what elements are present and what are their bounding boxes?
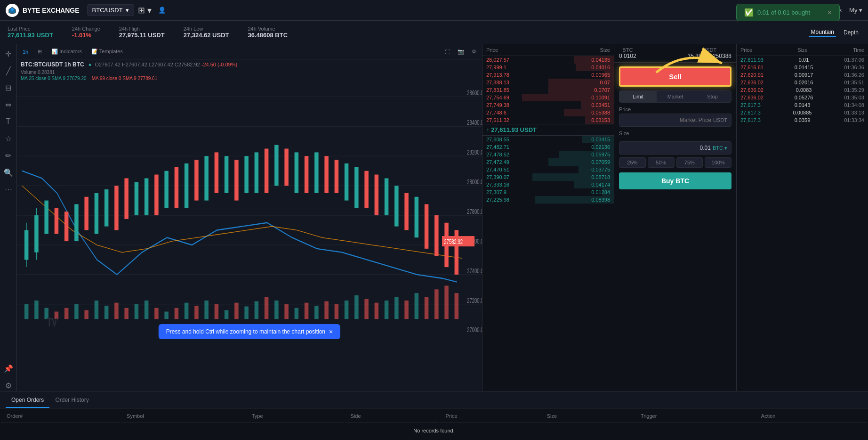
- text-tool[interactable]: T: [3, 116, 14, 127]
- svg-rect-35: [164, 171, 168, 208]
- ticker-bar: Last Price 27,611.93 USDT 24h Change -1.…: [0, 21, 868, 44]
- sell-button[interactable]: Sell: [619, 66, 731, 87]
- tp-market-tab[interactable]: Market: [657, 91, 694, 102]
- svg-rect-48: [295, 152, 298, 193]
- ticker-high: 24h High 27,975.11 USDT: [119, 26, 165, 39]
- ob-mid: ↑ 27,611.93 USDT: [482, 124, 614, 136]
- tp-size-label: Size: [619, 130, 731, 136]
- tf-1h[interactable]: 1h: [21, 48, 30, 56]
- more-tools[interactable]: ⋯: [3, 184, 14, 195]
- templates-btn[interactable]: 📝 Templates: [89, 48, 125, 56]
- svg-rect-61: [425, 204, 428, 248]
- ob-ask-row: 27,748.6 0.05388: [482, 109, 614, 116]
- settings-chart-btn[interactable]: ⚙: [470, 48, 478, 56]
- tp-limit-tab[interactable]: Limit: [619, 91, 657, 102]
- svg-rect-87: [244, 306, 248, 319]
- chart-type-buttons: Mountain Depth: [809, 28, 860, 37]
- fib-tool[interactable]: ⊟: [3, 82, 14, 93]
- tp-pct-75[interactable]: 75%: [676, 157, 703, 168]
- svg-text:27200.00: 27200.00: [467, 297, 482, 304]
- logo-icon: [6, 4, 19, 17]
- tp-pct-50[interactable]: 50%: [648, 157, 675, 168]
- fullscreen-btn[interactable]: ⛶: [443, 48, 452, 56]
- shape-tool[interactable]: ☆: [3, 133, 14, 144]
- svg-rect-36: [175, 167, 178, 208]
- pair-selector[interactable]: BTC/USDT ▾: [87, 4, 134, 16]
- svg-rect-83: [204, 301, 208, 319]
- svg-rect-102: [394, 297, 398, 319]
- svg-rect-94: [314, 306, 318, 319]
- trade-panel: BTC 0.0102 USDT 35,393.45250388 Sell Lim…: [614, 44, 736, 391]
- trades-header: Price Size Time: [737, 44, 868, 56]
- measure-tool[interactable]: ⇔: [3, 99, 14, 110]
- svg-rect-80: [175, 308, 178, 319]
- ob-bid-row: 27,472.49 0.07059: [482, 158, 614, 166]
- svg-rect-81: [185, 303, 188, 319]
- svg-rect-101: [385, 301, 388, 319]
- tooltip-close[interactable]: ×: [329, 328, 333, 335]
- indicators-btn[interactable]: 📊 Indicators: [49, 48, 84, 56]
- svg-rect-57: [385, 178, 388, 215]
- orders-col-header: Type: [246, 409, 344, 423]
- line-tool[interactable]: ╱: [3, 65, 14, 76]
- svg-rect-88: [255, 301, 258, 319]
- svg-rect-41: [225, 156, 228, 193]
- depth-btn[interactable]: Depth: [842, 28, 860, 37]
- svg-rect-30: [114, 186, 118, 230]
- tp-stop-tab[interactable]: Stop: [694, 91, 731, 102]
- toast-close[interactable]: ×: [828, 8, 832, 17]
- user-button[interactable]: 👤: [158, 7, 166, 14]
- ob-bid-row: 27,390.07 0.08718: [482, 173, 614, 181]
- tp-btc-balance: BTC 0.0102: [619, 47, 636, 59]
- pin-tool[interactable]: 📌: [3, 363, 14, 374]
- tp-pct-buttons: 25% 50% 75% 100%: [619, 157, 731, 168]
- svg-rect-98: [354, 295, 358, 319]
- svg-rect-72: [95, 301, 98, 319]
- logo-text: BYTE EXCHANGE: [23, 7, 80, 14]
- order-history-tab[interactable]: Order History: [49, 393, 94, 408]
- screenshot-btn[interactable]: 📷: [456, 48, 466, 56]
- ob-ask-row: 28,027.57 0.04135: [482, 56, 614, 64]
- svg-rect-66: [34, 301, 38, 319]
- tp-price-input[interactable]: [623, 117, 711, 123]
- tf-grid[interactable]: ⊞: [36, 48, 44, 56]
- settings-tool[interactable]: ⚙: [3, 380, 14, 391]
- chart-toolbar: 1h ⊞ 📊 Indicators 📝 Templates ⛶ 📷 ⚙: [17, 44, 482, 59]
- tp-price-currency: USDT: [713, 117, 727, 123]
- my-link[interactable]: My ▾: [849, 7, 862, 14]
- tp-pct-100[interactable]: 100%: [705, 157, 731, 168]
- svg-rect-45: [265, 149, 268, 193]
- mountain-btn[interactable]: Mountain: [809, 28, 836, 37]
- svg-rect-43: [244, 156, 248, 193]
- bottom-section: Open Orders Order History Order#SymbolTy…: [0, 391, 868, 440]
- svg-rect-107: [444, 285, 448, 319]
- chart-tooltip: Press and hold Ctrl while zooming to mai…: [159, 324, 340, 339]
- svg-rect-95: [324, 301, 328, 319]
- tp-pct-25[interactable]: 25%: [619, 157, 646, 168]
- buy-btc-button[interactable]: Buy BTC: [619, 172, 731, 189]
- trades-panel: Price Size Time 27,611.93 0.01 01:37:06 …: [736, 44, 868, 391]
- orders-col-header: Symbol: [121, 409, 245, 423]
- svg-rect-105: [425, 297, 428, 319]
- svg-text:27800.00: 27800.00: [467, 208, 482, 215]
- orders-col-header: Price: [440, 409, 540, 423]
- open-orders-tab[interactable]: Open Orders: [6, 393, 49, 408]
- brush-tool[interactable]: ✏: [3, 150, 14, 161]
- tp-size-input[interactable]: [623, 145, 711, 151]
- svg-rect-104: [415, 293, 418, 319]
- tp-price-label: Price: [619, 106, 731, 112]
- svg-rect-82: [194, 306, 198, 319]
- ob-bid-row: 27,608.55 0.03415: [482, 136, 614, 143]
- tp-price-input-container: USDT: [619, 114, 731, 127]
- svg-rect-99: [364, 299, 368, 319]
- svg-rect-90: [274, 301, 278, 319]
- trades-rows: 27,611.93 0.01 01:37:06 27,616.61 0.0141…: [737, 56, 868, 124]
- svg-rect-53: [345, 163, 348, 201]
- zoom-tool[interactable]: 🔍: [3, 167, 14, 178]
- crosshair-tool[interactable]: ✛: [3, 48, 14, 59]
- svg-rect-52: [335, 160, 338, 193]
- trade-row: 27,611.93 0.01 01:37:06: [737, 56, 868, 64]
- orders-col-header: Action: [755, 409, 867, 423]
- chart-header-info: BTC:BTC/USDT 1h BTC ● O27607.42 H27607.4…: [17, 59, 482, 70]
- grid-button[interactable]: ⊞ ▾: [134, 3, 155, 17]
